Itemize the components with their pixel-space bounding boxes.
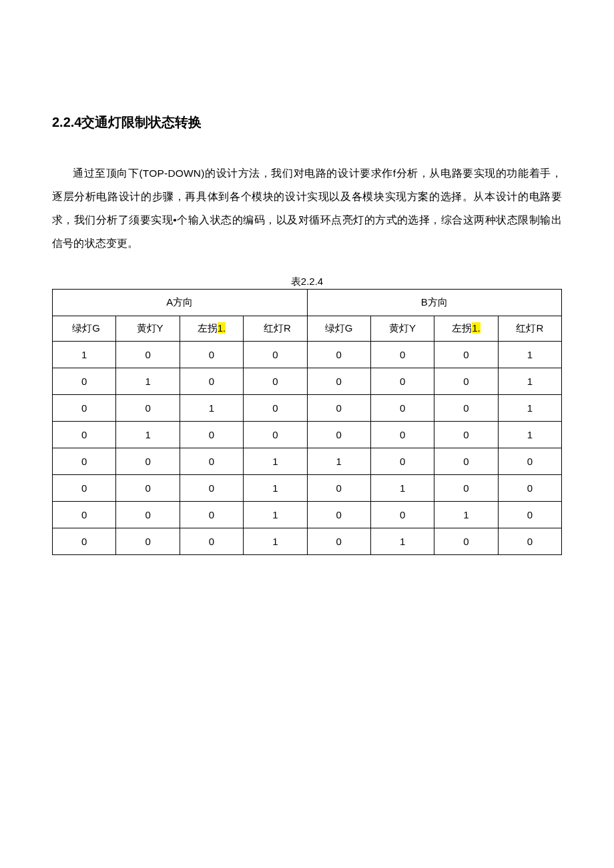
- table-cell: 0: [116, 448, 180, 474]
- table-cell: 0: [498, 448, 561, 474]
- table-cell: 0: [434, 394, 498, 421]
- table-cell: 0: [307, 421, 370, 448]
- table-cell: 1: [370, 528, 434, 554]
- table-cell: 0: [53, 368, 116, 394]
- table-cell: 0: [53, 394, 116, 421]
- table-row: 10000001: [53, 341, 562, 368]
- table-cell: 0: [370, 368, 434, 394]
- table-cell: 0: [116, 474, 180, 501]
- table-cell: 1: [498, 394, 561, 421]
- table-cell: 0: [116, 501, 180, 528]
- table-cell: 1: [244, 528, 307, 554]
- table-cell: 0: [370, 394, 434, 421]
- table-cell: 0: [53, 448, 116, 474]
- table-body: A方向 B方向 绿灯G 黄灯Y 左拐1. 红灯R 绿灯G 黄灯Y 左拐1. 红灯…: [53, 289, 562, 554]
- table-cell: 1: [53, 341, 116, 368]
- table-cell: 0: [434, 368, 498, 394]
- table-cell: 1: [307, 448, 370, 474]
- table-cell: 0: [307, 368, 370, 394]
- table-cell: 0: [244, 368, 307, 394]
- col-b-left-highlight: 1.: [472, 322, 481, 334]
- table-cell: 0: [307, 501, 370, 528]
- table-cell: 0: [116, 528, 180, 554]
- table-cell: 0: [307, 474, 370, 501]
- table-row: 01000001: [53, 421, 562, 448]
- col-b-left-text: 左拐: [452, 322, 472, 334]
- col-a-left: 左拐1.: [180, 316, 243, 341]
- table-cell: 0: [244, 394, 307, 421]
- table-cell: 1: [434, 501, 498, 528]
- col-a-left-text: 左拐: [198, 322, 218, 334]
- table-cell: 0: [53, 528, 116, 554]
- header-a-direction: A方向: [53, 289, 308, 316]
- table-cell: 0: [180, 368, 243, 394]
- table-cell: 1: [180, 394, 243, 421]
- table-cell: 0: [498, 474, 561, 501]
- col-a-yellow: 黄灯Y: [116, 316, 180, 341]
- table-cell: 0: [370, 421, 434, 448]
- table-cell: 0: [370, 501, 434, 528]
- table-cell: 1: [370, 474, 434, 501]
- table-row: 01000001: [53, 368, 562, 394]
- table-cell: 0: [180, 501, 243, 528]
- table-row: 00011000: [53, 448, 562, 474]
- table-row: 00010010: [53, 501, 562, 528]
- table-row: 00010100: [53, 528, 562, 554]
- table-cell: 0: [434, 474, 498, 501]
- table-cell: 0: [53, 421, 116, 448]
- table-cell: 0: [434, 448, 498, 474]
- header-b-direction: B方向: [307, 289, 562, 316]
- table-cell: 1: [116, 368, 180, 394]
- table-cell: 0: [434, 421, 498, 448]
- table-header-row-directions: A方向 B方向: [53, 289, 562, 316]
- table-cell: 0: [116, 394, 180, 421]
- table-cell: 0: [180, 341, 243, 368]
- table-cell: 0: [370, 448, 434, 474]
- table-header-row-lights: 绿灯G 黄灯Y 左拐1. 红灯R 绿灯G 黄灯Y 左拐1. 红灯R: [53, 316, 562, 341]
- table-cell: 0: [116, 341, 180, 368]
- table-cell: 0: [180, 528, 243, 554]
- col-a-red: 红灯R: [244, 316, 307, 341]
- table-row: 00100001: [53, 394, 562, 421]
- table-cell: 0: [434, 528, 498, 554]
- col-b-yellow: 黄灯Y: [370, 316, 434, 341]
- table-row: 00010100: [53, 474, 562, 501]
- table-cell: 0: [370, 341, 434, 368]
- col-b-green: 绿灯G: [307, 316, 370, 341]
- table-cell: 0: [307, 528, 370, 554]
- table-cell: 1: [116, 421, 180, 448]
- table-cell: 0: [244, 341, 307, 368]
- table-cell: 0: [434, 341, 498, 368]
- table-cell: 0: [244, 421, 307, 448]
- col-b-red: 红灯R: [498, 316, 561, 341]
- col-b-left: 左拐1.: [434, 316, 498, 341]
- table-cell: 1: [244, 501, 307, 528]
- table-cell: 0: [498, 528, 561, 554]
- table-cell: 0: [307, 341, 370, 368]
- table-cell: 0: [180, 448, 243, 474]
- table-cell: 1: [498, 421, 561, 448]
- table-cell: 0: [180, 421, 243, 448]
- table-cell: 0: [53, 501, 116, 528]
- table-cell: 1: [244, 474, 307, 501]
- table-cell: 0: [180, 474, 243, 501]
- document-page: 2.2.4交通灯限制状态转换 通过至顶向下(TOP-DOWN)的设计方法，我们对…: [0, 0, 614, 868]
- table-cell: 0: [307, 394, 370, 421]
- table-cell: 1: [498, 341, 561, 368]
- section-heading: 2.2.4交通灯限制状态转换: [52, 113, 562, 131]
- table-cell: 0: [53, 474, 116, 501]
- table-caption: 表2.2.4: [52, 276, 562, 289]
- col-a-green: 绿灯G: [53, 316, 116, 341]
- table-cell: 1: [244, 448, 307, 474]
- section-paragraph: 通过至顶向下(TOP-DOWN)的设计方法，我们对电路的设计要求作f分析，从电路…: [52, 162, 562, 256]
- state-transition-table: A方向 B方向 绿灯G 黄灯Y 左拐1. 红灯R 绿灯G 黄灯Y 左拐1. 红灯…: [52, 289, 562, 555]
- col-a-left-highlight: 1.: [218, 322, 226, 334]
- table-cell: 1: [498, 368, 561, 394]
- table-cell: 0: [498, 501, 561, 528]
